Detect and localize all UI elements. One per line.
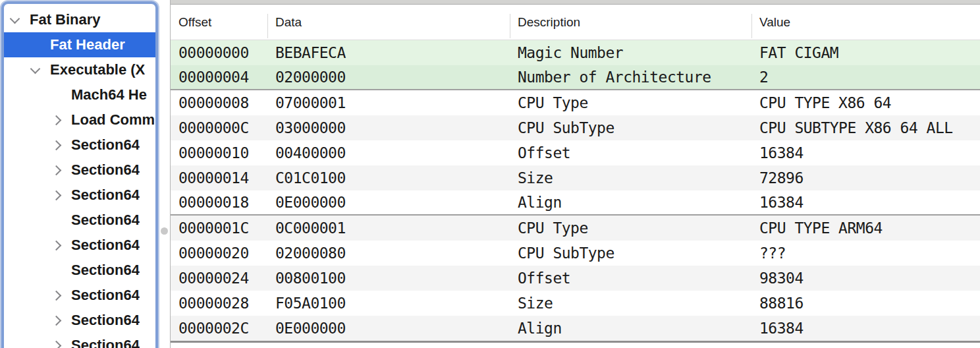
binary-structure-tree: Fat Binary Fat Header Executable (X Mach… bbox=[4, 4, 155, 348]
description-cell: Offset bbox=[510, 270, 751, 287]
chevron-icon[interactable] bbox=[50, 158, 71, 183]
offset-cell: 0000002C bbox=[171, 320, 267, 337]
sidebar-item-label: Fat Binary bbox=[30, 11, 101, 28]
sidebar-item-label: Section64 bbox=[71, 187, 140, 204]
data-cell: 00400000 bbox=[267, 144, 510, 161]
description-cell: CPU SubType bbox=[510, 245, 751, 262]
sidebar-tree-item[interactable]: Section64 bbox=[4, 258, 155, 283]
description-cell: Magic Number bbox=[510, 44, 751, 61]
sidebar-tree-item[interactable]: Fat Header bbox=[4, 32, 155, 57]
column-header-offset[interactable]: Offset bbox=[171, 5, 267, 40]
offset-cell: 00000000 bbox=[171, 44, 267, 61]
sidebar-tree-item[interactable]: Executable (X bbox=[4, 57, 155, 82]
table-row[interactable]: 0000001C 0C000001 CPU Type CPU_TYPE_ARM6… bbox=[171, 216, 980, 241]
offset-cell: 00000024 bbox=[171, 270, 267, 287]
offset-cell: 00000010 bbox=[171, 144, 267, 161]
table-row[interactable]: 00000010 00400000 Offset 16384 bbox=[171, 140, 980, 165]
chevron-icon[interactable] bbox=[50, 258, 71, 283]
offset-cell: 0000001C bbox=[171, 219, 267, 237]
value-cell: 16384 bbox=[751, 320, 980, 337]
value-cell: CPU_TYPE_X86_64 bbox=[751, 94, 980, 111]
description-cell: Align bbox=[510, 194, 751, 211]
sidebar-tree-item[interactable]: Section64 bbox=[4, 183, 155, 208]
chevron-icon[interactable] bbox=[29, 57, 50, 82]
table-end-divider bbox=[171, 341, 980, 345]
value-cell: FAT_CIGAM bbox=[751, 44, 980, 61]
column-header-data[interactable]: Data bbox=[267, 5, 510, 40]
data-cell: BEBAFECA bbox=[267, 44, 510, 61]
sidebar-tree: Fat Binary Fat Header Executable (X Mach… bbox=[1, 1, 158, 348]
table-row[interactable]: 00000014 C01C0100 Size 72896 bbox=[171, 165, 980, 190]
chevron-icon[interactable] bbox=[50, 82, 71, 107]
sidebar-tree-item[interactable]: Section64 bbox=[4, 208, 155, 233]
chevron-icon[interactable] bbox=[29, 32, 50, 57]
data-cell: C01C0100 bbox=[267, 169, 510, 187]
chevron-icon[interactable] bbox=[9, 7, 30, 32]
description-cell: CPU Type bbox=[510, 94, 751, 111]
sidebar-tree-item[interactable]: Section64 bbox=[4, 333, 155, 348]
table-row[interactable]: 00000020 02000080 CPU SubType ??? bbox=[171, 241, 980, 266]
offset-cell: 00000020 bbox=[171, 245, 267, 262]
sidebar-tree-item[interactable]: Section64 bbox=[4, 233, 155, 258]
offset-cell: 00000028 bbox=[171, 295, 267, 312]
table-row[interactable]: 0000002C 0E000000 Align 16384 bbox=[171, 316, 980, 341]
table-row[interactable]: 00000018 0E000000 Align 16384 bbox=[171, 190, 980, 216]
data-cell: 03000000 bbox=[267, 119, 510, 136]
sidebar-item-label: Executable (X bbox=[50, 61, 145, 78]
sidebar-tree-item[interactable]: Load Comm bbox=[4, 107, 155, 132]
value-cell: ??? bbox=[751, 245, 980, 262]
offset-cell: 00000008 bbox=[171, 94, 267, 111]
sidebar-item-label: Section64 bbox=[71, 161, 140, 179]
toolbar-edge bbox=[171, 0, 980, 5]
sidebar-tree-item[interactable]: Section64 bbox=[4, 132, 155, 158]
value-cell: CPU_SUBTYPE_X86_64_ALL bbox=[751, 119, 980, 136]
sidebar-item-label: Section64 bbox=[71, 262, 140, 279]
chevron-icon[interactable] bbox=[50, 233, 71, 258]
scrollbar-thumb[interactable] bbox=[161, 227, 168, 235]
sidebar-item-label: Section64 bbox=[71, 136, 140, 154]
sidebar-item-label: Load Comm bbox=[71, 111, 155, 129]
data-cell: F05A0100 bbox=[267, 295, 510, 312]
sidebar-tree-item[interactable]: Section64 bbox=[4, 158, 155, 183]
chevron-icon[interactable] bbox=[50, 183, 71, 208]
data-cell: 02000080 bbox=[267, 245, 510, 262]
value-cell: 16384 bbox=[751, 144, 980, 161]
chevron-icon[interactable] bbox=[50, 308, 71, 333]
data-cell: 0C000001 bbox=[267, 219, 510, 237]
sidebar-item-label: Section64 bbox=[71, 337, 140, 348]
sidebar-item-label: Section64 bbox=[71, 212, 140, 229]
description-cell: Size bbox=[510, 169, 751, 187]
description-cell: Number of Architecture bbox=[510, 69, 751, 86]
table-row[interactable]: 00000008 07000001 CPU Type CPU_TYPE_X86_… bbox=[171, 90, 980, 115]
table-header: Offset Data Description Value bbox=[171, 5, 980, 40]
table-row[interactable]: 00000024 00800100 Offset 98304 bbox=[171, 266, 980, 291]
chevron-icon[interactable] bbox=[50, 107, 71, 132]
chevron-icon[interactable] bbox=[50, 208, 71, 233]
table-row[interactable]: 00000028 F05A0100 Size 88816 bbox=[171, 291, 980, 316]
offset-cell: 00000018 bbox=[171, 194, 267, 211]
table-row[interactable]: 00000000 BEBAFECA Magic Number FAT_CIGAM bbox=[171, 40, 980, 65]
sidebar-tree-item[interactable]: Section64 bbox=[4, 283, 155, 308]
offset-cell: 00000004 bbox=[171, 69, 267, 86]
sidebar-tree-item[interactable]: Section64 bbox=[4, 308, 155, 333]
sidebar-tree-item[interactable]: Fat Binary bbox=[4, 7, 155, 32]
chevron-icon[interactable] bbox=[50, 283, 71, 308]
sidebar-item-label: Section64 bbox=[71, 312, 140, 329]
data-cell: 0E000000 bbox=[267, 320, 510, 337]
data-table: Offset Data Description Value 00000000 B… bbox=[170, 0, 980, 348]
sidebar-tree-item[interactable]: Mach64 He bbox=[4, 82, 155, 107]
table-row[interactable]: 00000004 02000000 Number of Architecture… bbox=[171, 65, 980, 90]
column-header-description[interactable]: Description bbox=[510, 5, 751, 40]
chevron-icon[interactable] bbox=[50, 333, 71, 348]
value-cell: 2 bbox=[751, 69, 980, 86]
sidebar-item-label: Fat Header bbox=[50, 36, 125, 53]
value-cell: 16384 bbox=[751, 194, 980, 211]
table-row[interactable]: 0000000C 03000000 CPU SubType CPU_SUBTYP… bbox=[171, 115, 980, 140]
offset-cell: 0000000C bbox=[171, 119, 267, 136]
column-header-value[interactable]: Value bbox=[751, 5, 980, 40]
chevron-icon[interactable] bbox=[50, 132, 71, 158]
description-cell: Size bbox=[510, 295, 751, 312]
description-cell: CPU SubType bbox=[510, 119, 751, 136]
description-cell: Align bbox=[510, 320, 751, 337]
value-cell: CPU_TYPE_ARM64 bbox=[751, 219, 980, 237]
